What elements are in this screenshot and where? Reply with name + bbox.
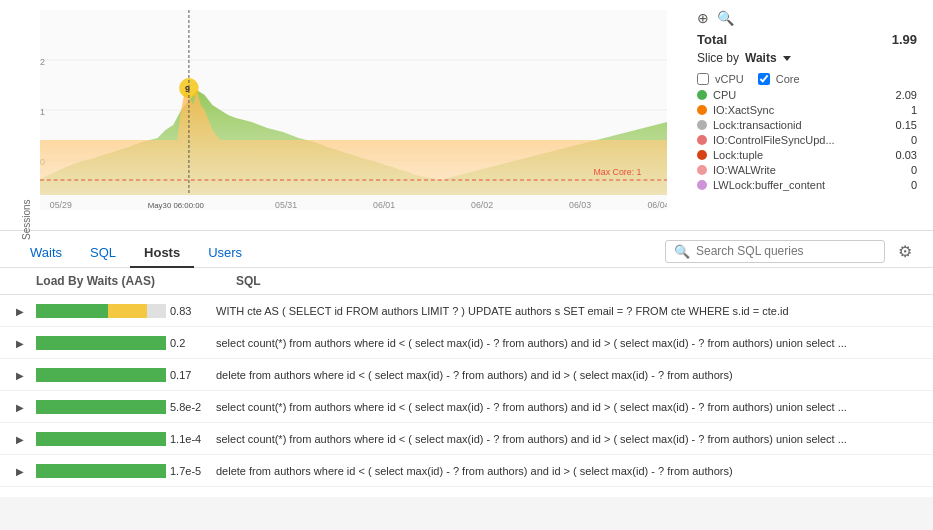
legend-icons-row: ⊕ 🔍 xyxy=(697,10,917,26)
core-label: Core xyxy=(776,73,800,85)
expand-btn[interactable]: ▶ xyxy=(16,336,36,350)
table-header: Load By Waits (AAS) SQL xyxy=(0,268,933,295)
load-bar-container: 0.2 xyxy=(36,336,216,350)
table-row: ▶ 0.17 delete from authors where id < ( … xyxy=(0,359,933,391)
legend-total: Total 1.99 xyxy=(697,32,917,47)
legend-item-left: Lock:tuple xyxy=(697,149,763,161)
svg-text:06/02: 06/02 xyxy=(471,200,493,210)
load-bar-container: 0.83 xyxy=(36,304,216,318)
legend-item-value: 0 xyxy=(911,179,917,191)
bar-segment xyxy=(147,304,167,318)
tab-sql[interactable]: SQL xyxy=(76,239,130,268)
load-bar-container: 0.17 xyxy=(36,368,216,382)
svg-text:Max Core: 1: Max Core: 1 xyxy=(594,167,642,177)
legend-item-left: LWLock:buffer_content xyxy=(697,179,825,191)
bar-segment xyxy=(36,464,166,478)
legend-item-left: IO:WALWrite xyxy=(697,164,776,176)
crosshair-icon[interactable]: ⊕ xyxy=(697,10,709,26)
search-icon: 🔍 xyxy=(674,244,690,259)
load-bar-stack xyxy=(36,368,166,382)
svg-text:May30 06:00:00: May30 06:00:00 xyxy=(148,201,205,210)
legend-item-value: 0.03 xyxy=(896,149,917,161)
legend-item-value: 1 xyxy=(911,104,917,116)
legend-color-dot xyxy=(697,150,707,160)
vcpu-checkbox[interactable] xyxy=(697,73,709,85)
legend-item-label: Lock:transactionid xyxy=(713,119,802,131)
expand-btn[interactable]: ▶ xyxy=(16,464,36,478)
table-row: ▶ 0.83 WITH cte AS ( SELECT id FROM auth… xyxy=(0,295,933,327)
settings-icon[interactable]: ⚙ xyxy=(893,239,917,263)
load-value: 0.2 xyxy=(170,337,200,349)
svg-text:06/03: 06/03 xyxy=(569,200,591,210)
load-value: 1.7e-5 xyxy=(170,465,201,477)
svg-text:05/29: 05/29 xyxy=(50,200,72,210)
tab-hosts[interactable]: Hosts xyxy=(130,239,194,268)
table-body: ▶ 0.83 WITH cte AS ( SELECT id FROM auth… xyxy=(0,295,933,487)
total-label: Total xyxy=(697,32,727,47)
table-row: ▶ 1.7e-5 delete from authors where id < … xyxy=(0,455,933,487)
expand-btn[interactable]: ▶ xyxy=(16,368,36,382)
load-bar-stack xyxy=(36,304,166,318)
legend-item: IO:WALWrite 0 xyxy=(697,164,917,176)
legend-slice-by: Slice by Waits xyxy=(697,51,917,65)
chart-svg: 0 1 2 9 Max Core: 1 05/29 xyxy=(40,10,667,210)
legend-item-value: 2.09 xyxy=(896,89,917,101)
svg-text:06/04: 06/04 xyxy=(647,200,667,210)
core-checkbox[interactable] xyxy=(758,73,770,85)
bar-segment xyxy=(36,432,166,446)
legend-color-dot xyxy=(697,105,707,115)
legend-item-left: Lock:transactionid xyxy=(697,119,802,131)
sql-text: select count(*) from authors where id < … xyxy=(216,401,917,413)
legend-item-left: IO:ControlFileSyncUpd... xyxy=(697,134,835,146)
legend-items-list: CPU 2.09 IO:XactSync 1 Lock:transactioni… xyxy=(697,89,917,191)
expand-btn[interactable]: ▶ xyxy=(16,432,36,446)
legend-item-label: IO:XactSync xyxy=(713,104,774,116)
legend-item: Lock:tuple 0.03 xyxy=(697,149,917,161)
slice-by-value: Waits xyxy=(745,51,777,65)
load-col-header: Load By Waits (AAS) xyxy=(36,274,236,288)
bar-segment xyxy=(108,304,147,318)
vcpu-checkbox-row: vCPU Core xyxy=(697,73,917,85)
tab-users[interactable]: Users xyxy=(194,239,256,268)
load-bar-container: 1.1e-4 xyxy=(36,432,216,446)
load-value: 1.1e-4 xyxy=(170,433,201,445)
load-value: 0.17 xyxy=(170,369,200,381)
table-row: ▶ 5.8e-2 select count(*) from authors wh… xyxy=(0,391,933,423)
search-input[interactable] xyxy=(696,244,876,258)
load-bar-container: 1.7e-5 xyxy=(36,464,216,478)
search-box[interactable]: 🔍 xyxy=(665,240,885,263)
legend-item-left: IO:XactSync xyxy=(697,104,774,116)
bar-segment xyxy=(36,400,166,414)
legend-item: IO:ControlFileSyncUpd... 0 xyxy=(697,134,917,146)
sql-text: select count(*) from authors where id < … xyxy=(216,433,917,445)
load-value: 5.8e-2 xyxy=(170,401,201,413)
legend-item: IO:XactSync 1 xyxy=(697,104,917,116)
tabs-left: WaitsSQLHostsUsers xyxy=(16,239,256,267)
legend-item: CPU 2.09 xyxy=(697,89,917,101)
bar-segment xyxy=(36,304,108,318)
expand-btn[interactable]: ▶ xyxy=(16,400,36,414)
legend-color-dot xyxy=(697,90,707,100)
legend-item-label: IO:WALWrite xyxy=(713,164,776,176)
legend-color-dot xyxy=(697,165,707,175)
top-panel: Sessions xyxy=(0,0,933,231)
load-bar-stack xyxy=(36,464,166,478)
svg-text:1: 1 xyxy=(40,107,45,117)
legend-item-label: CPU xyxy=(713,89,736,101)
chevron-down-icon xyxy=(783,56,791,61)
legend-item-label: Lock:tuple xyxy=(713,149,763,161)
svg-text:06/01: 06/01 xyxy=(373,200,395,210)
legend-item: LWLock:buffer_content 0 xyxy=(697,179,917,191)
load-bar-stack xyxy=(36,400,166,414)
legend-item: Lock:transactionid 0.15 xyxy=(697,119,917,131)
zoom-icon[interactable]: 🔍 xyxy=(717,10,734,26)
slice-by-select[interactable]: Waits xyxy=(745,51,791,65)
legend-panel: ⊕ 🔍 Total 1.99 Slice by Waits vCPU Core xyxy=(687,10,917,220)
legend-item-label: IO:ControlFileSyncUpd... xyxy=(713,134,835,146)
legend-item-value: 0 xyxy=(911,134,917,146)
legend-item-left: CPU xyxy=(697,89,736,101)
total-value: 1.99 xyxy=(892,32,917,47)
load-bar-stack xyxy=(36,336,166,350)
table-row: ▶ 0.2 select count(*) from authors where… xyxy=(0,327,933,359)
tabs-right: 🔍 ⚙ xyxy=(665,239,917,267)
